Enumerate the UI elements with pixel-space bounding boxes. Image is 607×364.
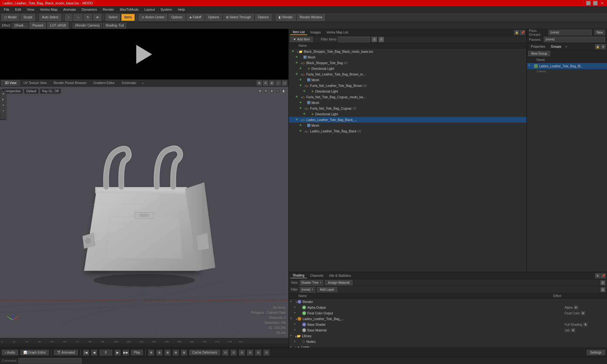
eye-group3[interactable] (294, 95, 299, 99)
tab-render-preset[interactable]: Render Preset Browser (50, 80, 90, 86)
sculpt-mode-button[interactable]: Sculpt (21, 14, 35, 21)
tree-item-group2a[interactable]: ▷ Furla_Net_Leather_Tote_Bag_Brown (2) (289, 83, 526, 88)
groups-lock-btn[interactable]: 🔒 (595, 44, 600, 49)
base-mat-dropdown[interactable]: ▼ (571, 328, 575, 332)
ctrl-10[interactable]: ⊙ (255, 350, 261, 355)
step-back-button[interactable]: ◀ (91, 350, 97, 355)
viewport-render-btn[interactable]: ◧ (281, 88, 286, 94)
select-tab-button[interactable]: Select (106, 14, 120, 21)
viewport-ctrl-5[interactable]: ⬡ (282, 81, 287, 86)
render-button[interactable]: ◧ Render (276, 14, 296, 21)
shader-eye-render[interactable]: ● (290, 300, 294, 304)
eye-group2[interactable] (294, 72, 299, 76)
eye-group2a[interactable] (298, 84, 303, 88)
model-mode-button[interactable]: ⬡ Model (1, 14, 19, 21)
play-label-button[interactable]: Play (131, 350, 143, 355)
play-button[interactable]: ▶▶ (123, 350, 129, 355)
shader-eye-library[interactable]: ● (290, 334, 294, 338)
viewport-ctrl-3[interactable]: ⊕ (269, 81, 274, 86)
close-button[interactable]: ✕ (600, 1, 604, 5)
audio-button[interactable]: ♪ Audio (2, 350, 18, 355)
vp-side-btn-3[interactable]: ◈ (1, 102, 6, 107)
tab-groups[interactable]: Groups (549, 44, 564, 49)
menu-animate[interactable]: Animate (61, 7, 78, 12)
pass-groups-value[interactable] (549, 30, 592, 35)
item-list-lock-btn[interactable]: 🔒 (514, 30, 519, 35)
tree-item-dlight1[interactable]: ☀ Directional Light (289, 66, 526, 71)
eye-group4[interactable] (294, 118, 299, 122)
shader-eye-nodes[interactable]: ● (294, 340, 298, 343)
tree-item-group1[interactable]: ▷ Black_Shopper_Tote_Bag (2) (289, 60, 526, 66)
eye-group4a[interactable] (298, 129, 303, 133)
viewport-ctrl-1[interactable]: ⚙ (257, 81, 262, 86)
arrow-group1[interactable] (300, 61, 303, 65)
arrow-root[interactable] (297, 50, 299, 53)
shader-eye-base-mat[interactable]: ● (294, 328, 298, 332)
final-effect-dropdown[interactable]: ▼ (581, 311, 585, 315)
eye-group3a[interactable] (298, 106, 303, 110)
tool-1[interactable]: ↕ (65, 14, 72, 21)
items-tab-button[interactable]: Items (121, 14, 135, 21)
shader-item-final-color[interactable]: ● Final Color Output Final Color ▼ (289, 310, 607, 316)
assign-material-button[interactable]: Assign Material (325, 280, 352, 285)
menu-view[interactable]: View (24, 7, 37, 12)
preview-play-button[interactable] (135, 45, 154, 64)
pass-groups-new-button[interactable]: New (594, 30, 605, 35)
shader-item-lights[interactable]: ● ☀ Lights (289, 344, 607, 348)
menu-help[interactable]: Help (175, 7, 187, 12)
falloff-options-button[interactable]: Options (205, 14, 222, 21)
eye-group1[interactable] (294, 61, 299, 65)
shader-item-ladies-mat[interactable]: ● Ladies_Leather_Tote_Bag_... (289, 316, 607, 322)
eye-mesh4[interactable] (298, 124, 303, 127)
shading-f-button[interactable]: F (601, 281, 605, 285)
arrow-render[interactable] (295, 300, 297, 304)
add-group-icon[interactable]: + (565, 45, 567, 49)
action-center-button[interactable]: ⊙ Action Center (139, 14, 167, 21)
passes-value[interactable] (544, 37, 605, 42)
effect-value[interactable]: (Shadi... (12, 23, 28, 28)
shader-item-base-shader[interactable]: ● Base Shader Full Shading ▼ (289, 322, 607, 327)
shader-item-nodes[interactable]: ● ⬡ Nodes (289, 339, 607, 344)
tree-item-mesh1[interactable]: Mesh (289, 54, 526, 60)
shader-eye-base-shader[interactable]: ● (294, 323, 298, 326)
tool-3[interactable]: ↻ (84, 14, 92, 21)
tab-gradient-editor[interactable]: Gradient Editor (90, 80, 118, 86)
viewport-ctrl-4[interactable]: ↕ (276, 81, 281, 86)
ctrl-9[interactable]: ⊙ (247, 350, 253, 355)
shading-pin-btn[interactable]: 📌 (601, 273, 606, 278)
menu-file[interactable]: File (1, 7, 12, 12)
filter-f-button[interactable]: F (379, 37, 384, 42)
tab-schematic[interactable]: Schematic (118, 80, 140, 86)
vp-side-btn-2[interactable]: ▶ (1, 97, 6, 102)
tab-properties[interactable]: Properties (528, 44, 548, 49)
ctrl-6[interactable]: ⊙ (223, 350, 228, 355)
new-group-button[interactable]: New Group (528, 51, 550, 56)
menu-layout[interactable]: Layout (142, 7, 157, 12)
vp-side-btn-5[interactable]: ↕ (1, 114, 6, 119)
ctrl-4[interactable]: ⊕ (173, 350, 179, 355)
base-shader-dropdown[interactable]: ▼ (584, 323, 587, 326)
viewport-3d[interactable]: Perspective Default Ray GL: Off ⚙ ↺ ⊕ ↕ … (0, 87, 288, 338)
goto-start-button[interactable]: |◀ (83, 350, 89, 355)
settings-button[interactable]: Settings (587, 350, 605, 355)
eye-root[interactable] (290, 50, 295, 53)
maximize-button[interactable]: □ (593, 1, 598, 5)
tree-item-mesh4[interactable]: Mesh (289, 123, 526, 128)
ray-gl-label[interactable]: Ray GL: Off (40, 88, 61, 94)
shading-s-button[interactable]: S (601, 288, 605, 292)
camera-label[interactable]: Default (24, 88, 39, 94)
groups-settings-btn[interactable]: ⚙ (601, 44, 606, 49)
shader-item-render[interactable]: ● Render (289, 299, 607, 305)
shading-settings-btn[interactable]: ⚙ (595, 273, 600, 278)
eye-mesh1[interactable] (294, 55, 299, 59)
render-camera-value[interactable]: (Render Camera) (73, 23, 102, 28)
menu-vertex-map[interactable]: Vertex Map (37, 7, 60, 12)
eye-mesh3[interactable] (298, 101, 303, 105)
eye-mesh2[interactable] (298, 78, 303, 82)
tree-item-group3a[interactable]: ▷ Furla_Net_Tote_Bag_Cognac (2) (289, 106, 526, 111)
menu-system[interactable]: System (158, 7, 175, 12)
action-center-options-button[interactable]: Options (169, 14, 185, 21)
select-through-button[interactable]: ⊞ Select Through (223, 14, 254, 21)
tab-channels[interactable]: Channels (308, 273, 326, 278)
ctrl-1[interactable]: ⊕ (148, 350, 154, 355)
